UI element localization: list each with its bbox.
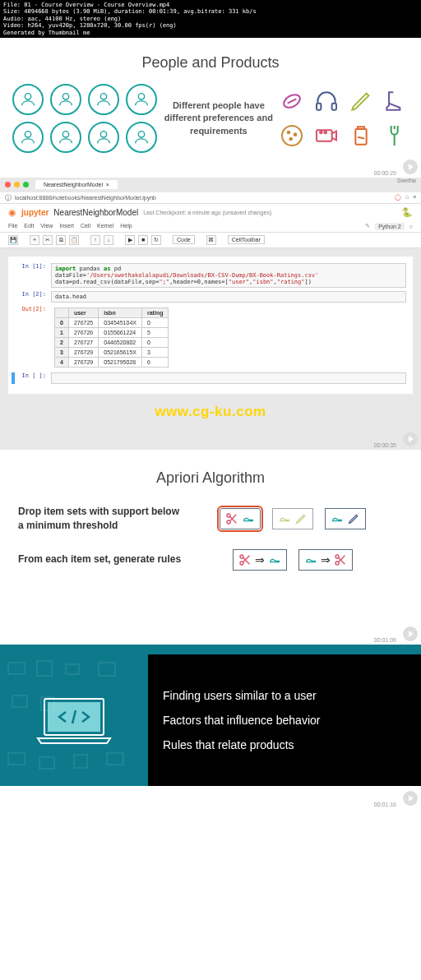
minimize-window-icon[interactable]: [14, 182, 20, 187]
menu-cell[interactable]: Cell: [81, 223, 90, 230]
meta-size: Size: 4094668 bytes (3.90 MiB), duration…: [3, 8, 418, 15]
run-icon[interactable]: ▶: [125, 235, 135, 245]
svg-rect-34: [107, 753, 123, 765]
shoe-icon: [268, 553, 281, 566]
paste-icon[interactable]: 📋: [69, 235, 79, 245]
copy-icon[interactable]: ⧉: [56, 235, 66, 245]
video-metadata-bar: File: 01 - Course Overview - Course Over…: [0, 0, 421, 38]
shoe-icon: [331, 512, 344, 525]
cell-toolbar-select[interactable]: CellToolbar: [228, 235, 265, 244]
url-bar[interactable]: ⓘ localhost:8888/notebooks/NearestNeighb…: [0, 192, 421, 204]
timestamp-label: 00:01:16: [374, 802, 396, 807]
kernel-badge: Python 2: [375, 223, 405, 230]
svg-rect-10: [332, 104, 336, 110]
cell-prompt: In [2]:: [15, 291, 51, 303]
menu-insert[interactable]: Insert: [59, 223, 74, 230]
meta-video: Video: h264, yuv420p, 1280x720, 30.00 fp…: [3, 22, 418, 29]
svg-rect-27: [66, 664, 79, 674]
add-cell-icon[interactable]: +: [30, 235, 39, 245]
code-cell-empty[interactable]: In [ ]:: [12, 372, 406, 384]
scissors-icon: [225, 512, 238, 525]
cut-icon[interactable]: ✂: [43, 235, 53, 245]
cell-type-select[interactable]: Code: [173, 235, 195, 244]
svg-point-1: [63, 94, 69, 99]
avatar-icon: [50, 122, 81, 153]
rule-box: ⇒: [298, 549, 353, 571]
svg-point-0: [25, 94, 31, 99]
svg-point-11: [282, 126, 302, 146]
menu-file[interactable]: File: [8, 223, 17, 230]
apriori-step1-text: Drop item sets with support below a mini…: [18, 505, 183, 533]
notebook-title[interactable]: NearestNeighborModel: [53, 208, 138, 217]
avatar-icon: [12, 122, 44, 153]
football-icon: [279, 88, 305, 114]
close-window-icon[interactable]: [5, 182, 11, 187]
svg-rect-30: [41, 697, 54, 710]
jupyter-menu-bar: File Edit View Insert Cell Kernel Help ✎…: [0, 221, 421, 233]
play-icon: [403, 159, 418, 174]
bullet-line-2: Factors that influence behavior: [163, 714, 406, 727]
headphones-icon: [313, 88, 340, 114]
svg-rect-18: [356, 129, 367, 145]
shoe-icon: [304, 553, 317, 566]
command-palette-icon[interactable]: ⌘: [206, 235, 216, 245]
kernel-status-icon: ○: [409, 224, 413, 229]
user-name-label: Swetha: [397, 178, 416, 183]
restart-icon[interactable]: ↻: [151, 235, 161, 245]
bookmark-icon[interactable]: ☆: [405, 194, 409, 201]
edit-mode-icon: ✎: [365, 223, 370, 229]
itemset-box: [325, 508, 366, 529]
notebook-body: In [1]: import pandas as pd dataFile='/U…: [8, 257, 413, 394]
stop-icon[interactable]: ■: [138, 235, 148, 245]
svg-point-2: [101, 94, 107, 99]
cookie-icon: [279, 122, 305, 149]
avatar-icon: [126, 122, 157, 153]
menu-help[interactable]: Help: [120, 223, 132, 230]
code-cell-2[interactable]: In [2]: data.head: [15, 291, 406, 303]
svg-point-22: [240, 562, 243, 565]
url-text: localhost:8888/notebooks/NearestNeighbor…: [15, 195, 156, 201]
play-icon: [403, 791, 418, 806]
move-up-icon[interactable]: ↑: [90, 235, 100, 245]
table-header-isbn: isbn: [99, 307, 142, 317]
move-down-icon[interactable]: ↓: [104, 235, 113, 245]
slide1-caption: Different people have different preferen…: [162, 99, 275, 137]
menu-view[interactable]: View: [40, 223, 53, 230]
maximize-window-icon[interactable]: [23, 182, 29, 187]
menu-edit[interactable]: Edit: [24, 223, 34, 230]
fork-icon: [382, 122, 409, 149]
svg-point-3: [139, 94, 145, 99]
empty-code-input[interactable]: [51, 372, 406, 384]
browser-tab[interactable]: NearestNeighborModel ×: [35, 180, 118, 189]
svg-rect-26: [37, 661, 52, 676]
cell-code-content[interactable]: data.head: [51, 291, 406, 303]
menu-icon[interactable]: ≡: [413, 194, 416, 201]
jupyter-toolbar: 💾 + ✂ ⧉ 📋 ↑ ↓ ▶ ■ ↻ Code ⌘ CellToolbar: [0, 233, 421, 248]
code-cell-1[interactable]: In [1]: import pandas as pd dataFile='/U…: [15, 263, 406, 288]
jupyter-header: ◉ jupyter NearestNeighborModel Last Chec…: [0, 204, 421, 221]
cell-code-content[interactable]: import pandas as pd dataFile='/Users/swe…: [51, 263, 406, 288]
checkpoint-status: Last Checkpoint: a minute ago (unsaved c…: [143, 210, 271, 215]
opera-icon[interactable]: ◯: [395, 194, 401, 201]
save-icon[interactable]: 💾: [8, 235, 18, 245]
boot-icon: [382, 88, 409, 114]
slide-jupyter-notebook: NearestNeighborModel × Swetha ⓘ localhos…: [0, 178, 421, 450]
svg-point-24: [335, 562, 339, 565]
table-row: 227672704465208020: [55, 337, 169, 347]
slide3-title: Apriori Algorithm: [18, 469, 403, 487]
svg-point-13: [294, 133, 297, 136]
avatar-icon: [50, 84, 81, 115]
apriori-step2-text: From each item set, generate rules: [18, 552, 183, 566]
avatar-icon: [88, 84, 119, 115]
svg-point-21: [240, 555, 243, 558]
svg-point-23: [335, 555, 339, 558]
menu-kernel[interactable]: Kernel: [97, 223, 113, 230]
table-row: 3276729052165615X3: [55, 347, 169, 357]
pencil-icon: [294, 512, 308, 525]
slide4-bullets: Finding users similar to a user Factors …: [148, 654, 421, 786]
svg-point-16: [320, 132, 322, 134]
table-row: 0276725034545104X0: [55, 317, 169, 327]
bullet-line-1: Finding users similar to a user: [163, 689, 406, 702]
output-prompt: Out[2]:: [15, 306, 51, 369]
play-icon: [403, 432, 418, 446]
